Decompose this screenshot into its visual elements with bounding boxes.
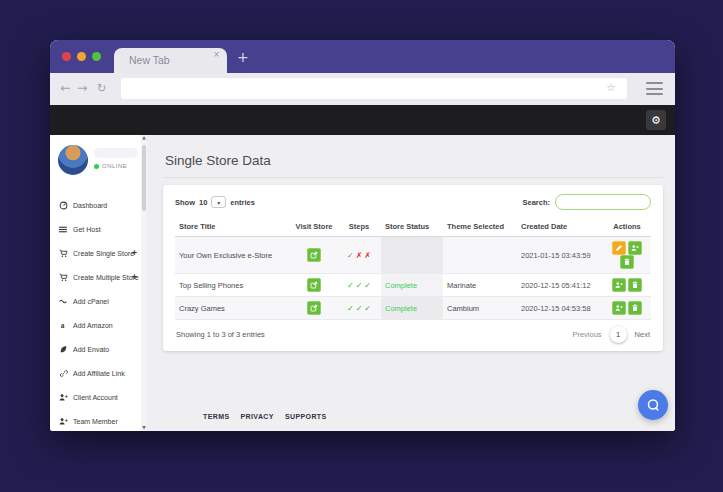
table-row: Your Own Exclusive e-Store✓✗✗2021-01-15 … bbox=[175, 237, 651, 274]
footer-link-terms[interactable]: TERMS bbox=[203, 413, 230, 420]
column-header-visit-store[interactable]: Visit Store bbox=[291, 217, 337, 237]
scrollbar-thumb[interactable] bbox=[142, 145, 146, 211]
table-row: Top Selling Phones✓✓✓CompleteMarinate202… bbox=[175, 274, 651, 297]
data-table-card: Show 10 ▾ entries Search: Store TitleVis… bbox=[163, 185, 663, 351]
avatar[interactable] bbox=[58, 145, 88, 175]
entries-select[interactable]: ▾ bbox=[211, 196, 226, 208]
chevron-down-icon: ▾ bbox=[217, 199, 220, 206]
desktop-background: New Tab × + ← → ↻ ☆ ⚙ ONLINE bbox=[0, 0, 723, 492]
assign-button[interactable] bbox=[628, 241, 642, 255]
created-date-cell: 2021-01-15 03:43:59 bbox=[517, 237, 603, 274]
browser-tab[interactable]: New Tab × bbox=[114, 48, 227, 73]
delete-button[interactable] bbox=[620, 255, 634, 269]
tab-close-icon[interactable]: × bbox=[213, 50, 220, 59]
amazon-icon: a bbox=[58, 321, 69, 330]
cart-icon bbox=[58, 249, 69, 258]
entries-per-page-value: 10 bbox=[199, 198, 207, 207]
online-dot-icon bbox=[94, 164, 99, 169]
sidebar-menu: DashboardGet HostCreate Single Store+Cre… bbox=[50, 193, 140, 431]
reload-icon[interactable]: ↻ bbox=[97, 83, 107, 95]
actions-cell bbox=[603, 297, 651, 320]
add-icon[interactable]: + bbox=[132, 272, 137, 282]
pagination-current-page[interactable]: 1 bbox=[610, 326, 627, 343]
sidebar-item-team-member[interactable]: Team Member bbox=[50, 409, 140, 431]
online-status-label: ONLINE bbox=[102, 163, 127, 169]
pagination-previous[interactable]: Previous bbox=[572, 330, 601, 339]
user-name-redacted bbox=[94, 148, 138, 158]
window-close-button[interactable] bbox=[62, 52, 71, 61]
delete-button[interactable] bbox=[628, 301, 642, 315]
sidebar-item-create-multiple-store[interactable]: Create Multiple Store+ bbox=[50, 265, 140, 289]
visit-store-button[interactable] bbox=[307, 278, 321, 292]
sidebar-item-label: Add Affiliate Link bbox=[73, 370, 125, 377]
sidebar-item-add-cpanel[interactable]: Add cPanel bbox=[50, 289, 140, 313]
link-icon bbox=[58, 369, 69, 378]
delete-button[interactable] bbox=[628, 278, 642, 292]
new-tab-button[interactable]: + bbox=[237, 49, 249, 65]
sidebar-item-create-single-store[interactable]: Create Single Store+ bbox=[50, 241, 140, 265]
entries-length-control: Show 10 ▾ entries bbox=[175, 196, 255, 208]
column-header-store-status[interactable]: Store Status bbox=[381, 217, 443, 237]
visit-store-button[interactable] bbox=[307, 301, 321, 315]
column-header-created-date[interactable]: Created Date bbox=[517, 217, 603, 237]
steps-cell: ✓✗✗ bbox=[337, 237, 381, 274]
window-minimize-button[interactable] bbox=[77, 52, 86, 61]
address-bar[interactable] bbox=[121, 78, 627, 99]
visit-store-cell bbox=[291, 237, 337, 274]
column-header-theme-selected[interactable]: Theme Selected bbox=[443, 217, 517, 237]
step-check-icon: ✓ bbox=[347, 304, 354, 313]
bookmark-star-icon[interactable]: ☆ bbox=[606, 82, 616, 93]
store-status-cell: Complete bbox=[381, 274, 443, 297]
forward-icon[interactable]: → bbox=[77, 82, 87, 95]
sidebar: ONLINE DashboardGet HostCreate Single St… bbox=[50, 135, 147, 431]
pagination: Previous 1 Next bbox=[572, 326, 650, 343]
store-title-cell: Crazy Games bbox=[175, 297, 291, 320]
cart-icon bbox=[58, 273, 69, 282]
list-icon bbox=[58, 225, 69, 234]
entries-info: Showing 1 to 3 of 3 entries bbox=[176, 330, 265, 339]
column-header-steps[interactable]: Steps bbox=[337, 217, 381, 237]
pagination-next[interactable]: Next bbox=[635, 330, 650, 339]
sidebar-item-label: Dashboard bbox=[73, 202, 107, 209]
edit-button[interactable] bbox=[612, 241, 626, 255]
search-control: Search: bbox=[522, 194, 651, 210]
footer-link-supports[interactable]: SUPPORTS bbox=[285, 413, 327, 420]
status-badge: Complete bbox=[385, 281, 417, 290]
steps-cell: ✓✓✓ bbox=[337, 274, 381, 297]
settings-gear-button[interactable]: ⚙ bbox=[646, 110, 666, 130]
sidebar-item-add-envato[interactable]: Add Envato bbox=[50, 337, 140, 361]
search-input[interactable] bbox=[555, 194, 651, 210]
browser-menu-icon[interactable] bbox=[646, 82, 663, 95]
user-plus-icon bbox=[58, 393, 69, 402]
back-icon[interactable]: ← bbox=[60, 82, 70, 95]
theme-cell: Cambium bbox=[443, 297, 517, 320]
sidebar-item-add-affiliate-link[interactable]: Add Affiliate Link bbox=[50, 361, 140, 385]
status-badge: Complete bbox=[385, 304, 417, 313]
assign-button[interactable] bbox=[612, 278, 626, 292]
step-check-icon: ✓ bbox=[356, 304, 363, 313]
add-icon[interactable]: + bbox=[132, 248, 137, 258]
visit-store-button[interactable] bbox=[307, 248, 321, 262]
browser-toolbar: ← → ↻ ☆ bbox=[50, 73, 675, 105]
step-check-icon: ✓ bbox=[347, 281, 354, 290]
step-cross-icon: ✗ bbox=[356, 251, 363, 260]
store-status-cell bbox=[381, 237, 443, 274]
sidebar-item-dashboard[interactable]: Dashboard bbox=[50, 193, 140, 217]
search-label: Search: bbox=[522, 198, 550, 207]
sidebar-item-label: Add Amazon bbox=[73, 322, 113, 329]
sidebar-item-client-account[interactable]: Client Account bbox=[50, 385, 140, 409]
created-date-cell: 2020-12-15 04:53:58 bbox=[517, 297, 603, 320]
sidebar-item-add-amazon[interactable]: aAdd Amazon bbox=[50, 313, 140, 337]
sidebar-item-get-host[interactable]: Get Host bbox=[50, 217, 140, 241]
column-header-actions[interactable]: Actions bbox=[603, 217, 651, 237]
theme-cell bbox=[443, 237, 517, 274]
actions-cell bbox=[603, 237, 651, 274]
browser-window: New Tab × + ← → ↻ ☆ ⚙ ONLINE bbox=[50, 40, 675, 431]
table-footer: Showing 1 to 3 of 3 entries Previous 1 N… bbox=[175, 326, 651, 343]
chat-fab-button[interactable] bbox=[638, 390, 668, 420]
column-header-store-title[interactable]: Store Title bbox=[175, 217, 291, 237]
entries-label: entries bbox=[230, 198, 255, 207]
assign-button[interactable] bbox=[612, 301, 626, 315]
footer-link-privacy[interactable]: PRIVACY bbox=[241, 413, 274, 420]
window-maximize-button[interactable] bbox=[92, 52, 101, 61]
